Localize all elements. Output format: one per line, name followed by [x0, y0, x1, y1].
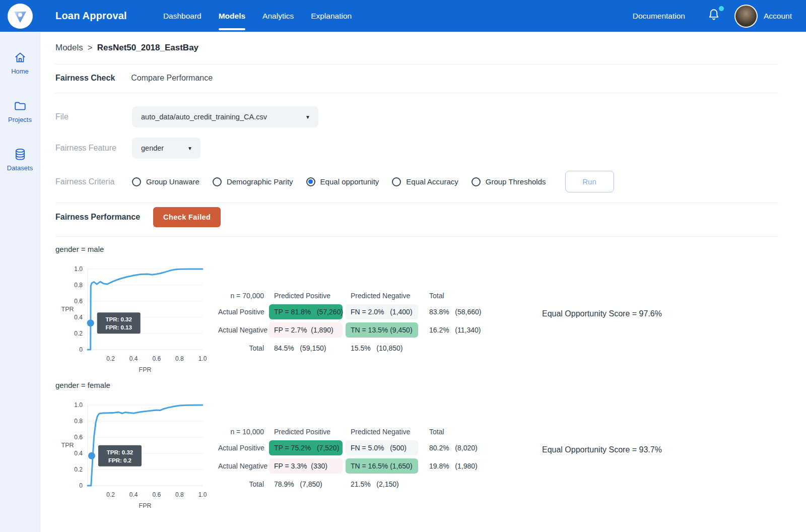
- sidebar: Home Projects Datasets: [0, 32, 40, 532]
- home-icon: [14, 51, 27, 64]
- sidebar-item-datasets[interactable]: Datasets: [7, 148, 33, 172]
- cell-true-negative: TN = 16.5% (1,650): [346, 458, 418, 474]
- col-header-total: Total: [421, 426, 497, 437]
- nav-tab-explanation[interactable]: Explanation: [311, 0, 352, 32]
- roc-chart-female: 00.20.40.60.81.00.20.40.60.81.0TPRFPRTPR…: [55, 395, 212, 512]
- svg-text:TPR: 0.32: TPR: 0.32: [107, 449, 133, 455]
- fairness-criteria-label: Fairness Criteria: [55, 177, 132, 186]
- group-title-male: gender = male: [55, 245, 778, 255]
- app-logo[interactable]: [0, 4, 40, 29]
- run-button[interactable]: Run: [565, 171, 614, 192]
- sidebar-label-datasets: Datasets: [7, 164, 33, 172]
- radio-equal-accuracy[interactable]: Equal Accuracy: [392, 177, 458, 186]
- radio-icon: [392, 177, 401, 186]
- svg-text:0.6: 0.6: [152, 355, 161, 362]
- equal-opportunity-score-female: Equal Opportunity Score = 93.7%: [542, 445, 662, 454]
- tab-compare-performance[interactable]: Compare Performance: [131, 74, 213, 83]
- file-dropdown[interactable]: auto_data/auto_credit_training_CA.csv ▼: [132, 106, 318, 127]
- cell-false-negative: FN = 5.0% (500): [346, 440, 418, 455]
- nav-tabs: Dashboard Models Analytics Explanation: [163, 0, 352, 32]
- svg-text:1.0: 1.0: [198, 491, 207, 498]
- svg-text:0.8: 0.8: [74, 282, 83, 289]
- fairness-feature-dropdown[interactable]: gender ▼: [132, 138, 200, 159]
- radio-demographic-parity[interactable]: Demographic Parity: [213, 177, 293, 186]
- cell-predicted-positive-total: 78.9% (7,850): [269, 477, 343, 492]
- radio-icon: [213, 177, 222, 186]
- chevron-down-icon: ▼: [174, 146, 192, 151]
- sidebar-item-projects[interactable]: Projects: [8, 99, 32, 123]
- notification-dot: [719, 6, 724, 11]
- sample-size: n = 70,000: [218, 290, 266, 301]
- svg-text:0.2: 0.2: [74, 466, 83, 473]
- row-label-actual-negative: Actual Negative: [218, 322, 266, 338]
- documentation-link[interactable]: Documentation: [633, 12, 685, 21]
- cell-true-positive: TP = 81.8% (57,260): [269, 304, 343, 319]
- sidebar-item-home[interactable]: Home: [11, 51, 29, 75]
- cell-predicted-negative-total: 15.5% (10,850): [346, 341, 418, 356]
- nav-tab-models[interactable]: Models: [219, 0, 245, 32]
- cell-false-positive: FP = 2.7% (1,890): [269, 322, 343, 338]
- col-header-predicted-negative: Predicted Negative: [346, 290, 418, 301]
- bell-icon: [707, 8, 720, 22]
- radio-icon: [132, 177, 141, 186]
- nav-tab-dashboard[interactable]: Dashboard: [163, 0, 202, 32]
- col-header-predicted-positive: Predicted Positive: [269, 290, 343, 301]
- confusion-matrix-female: n = 10,000 Predicted Positive Predicted …: [218, 426, 497, 492]
- tab-fairness-check[interactable]: Fairness Check: [55, 74, 115, 83]
- svg-text:TPR: TPR: [61, 442, 74, 449]
- nav-tab-analytics[interactable]: Analytics: [262, 0, 294, 32]
- radio-group-unaware[interactable]: Group Unaware: [132, 177, 199, 186]
- sample-size: n = 10,000: [218, 426, 266, 437]
- svg-text:0.8: 0.8: [74, 418, 83, 425]
- cell-predicted-positive-total: 84.5% (59,150): [269, 341, 343, 356]
- row-label-actual-negative: Actual Negative: [218, 458, 266, 474]
- cell-true-negative: TN = 13.5% (9,450): [346, 322, 418, 338]
- fairness-feature-value: gender: [141, 144, 164, 152]
- row-label-actual-positive: Actual Positive: [218, 304, 266, 319]
- folder-icon: [14, 99, 27, 112]
- logo-icon: [8, 4, 33, 29]
- breadcrumb-separator: >: [88, 43, 93, 53]
- svg-text:FPR: 0.13: FPR: 0.13: [105, 324, 131, 330]
- breadcrumb: Models > ResNet50_2018_EastBay: [55, 43, 778, 54]
- file-label: File: [55, 112, 132, 121]
- avatar[interactable]: [734, 5, 758, 28]
- cell-actual-negative-total: 16.2% (11,340): [421, 322, 497, 338]
- row-label-actual-positive: Actual Positive: [218, 440, 266, 455]
- svg-text:0.8: 0.8: [175, 491, 184, 498]
- svg-text:0.4: 0.4: [74, 314, 83, 321]
- svg-text:0.2: 0.2: [106, 491, 115, 498]
- radio-icon: [472, 177, 481, 186]
- breadcrumb-models-link[interactable]: Models: [55, 43, 83, 53]
- cell-predicted-negative-total: 21.5% (2,150): [346, 477, 418, 492]
- fairness-group-panel-male: 00.20.40.60.81.00.20.40.60.81.0TPRFPRTPR…: [55, 255, 778, 378]
- group-title-female: gender = female: [55, 381, 778, 391]
- row-label-total: Total: [218, 341, 266, 356]
- sidebar-label-projects: Projects: [8, 116, 32, 123]
- equal-opportunity-score-male: Equal Opportunity Score = 97.6%: [542, 309, 662, 318]
- row-label-total: Total: [218, 477, 266, 492]
- notifications-button[interactable]: [707, 8, 720, 24]
- breadcrumb-model-name: ResNet50_2018_EastBay: [97, 43, 198, 53]
- sidebar-label-home: Home: [11, 68, 29, 75]
- svg-text:0.4: 0.4: [74, 450, 83, 457]
- account-link[interactable]: Account: [764, 12, 792, 21]
- radio-group-thresholds[interactable]: Group Thresholds: [472, 177, 546, 186]
- cell-false-positive: FP = 3.3% (330): [269, 458, 343, 474]
- check-failed-badge: Check Failed: [153, 207, 221, 227]
- svg-text:0.8: 0.8: [175, 355, 184, 362]
- svg-text:FPR: FPR: [139, 502, 152, 509]
- svg-text:0.6: 0.6: [74, 298, 83, 305]
- svg-text:0: 0: [79, 482, 83, 489]
- svg-text:FPR: FPR: [139, 366, 152, 373]
- roc-chart-male: 00.20.40.60.81.00.20.40.60.81.0TPRFPRTPR…: [55, 259, 212, 376]
- radio-equal-opportunity[interactable]: Equal opportunity: [306, 177, 379, 186]
- fairness-performance-title: Fairness Performance: [55, 213, 140, 222]
- svg-text:0.2: 0.2: [74, 330, 83, 337]
- svg-text:TPR: TPR: [61, 306, 74, 313]
- cell-actual-positive-total: 83.8% (58,660): [421, 304, 497, 319]
- fairness-group-panel-female: 00.20.40.60.81.00.20.40.60.81.0TPRFPRTPR…: [55, 391, 778, 517]
- col-header-total: Total: [421, 290, 497, 301]
- cell-true-positive: TP = 75.2% (7,520): [269, 440, 343, 455]
- cell-actual-negative-total: 19.8% (1,980): [421, 458, 497, 474]
